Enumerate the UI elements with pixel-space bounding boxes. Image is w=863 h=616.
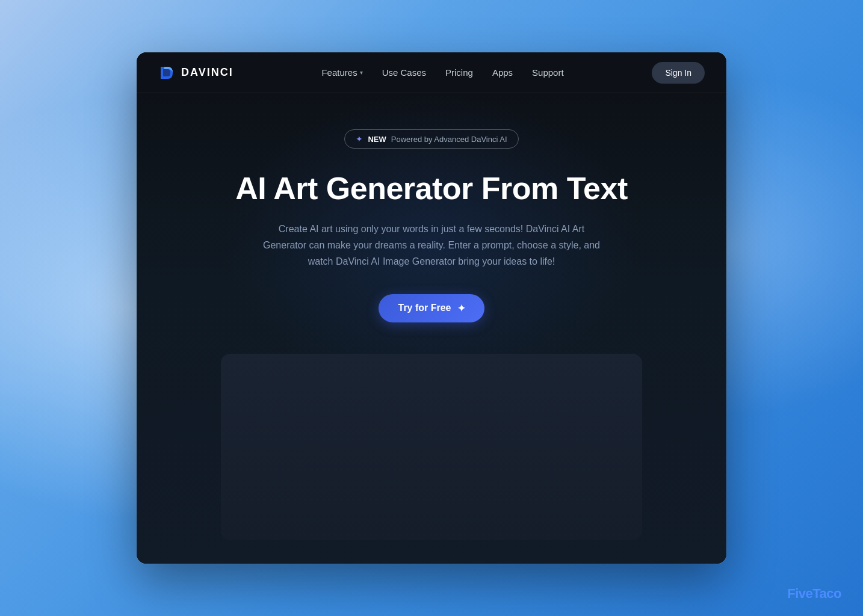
watermark-suffix: Taco [812, 586, 841, 601]
nav-features[interactable]: Features ▾ [321, 67, 362, 78]
badge-new-label: NEW [368, 135, 386, 144]
hero-title: AI Art Generator From Text [235, 170, 628, 206]
demo-preview-area [221, 354, 642, 540]
cta-label: Try for Free [398, 303, 451, 313]
browser-window: DAVINCI Features ▾ Use Cases Pricing App… [137, 52, 726, 564]
new-badge: ✦ NEW Powered by Advanced DaVinci AI [344, 129, 518, 149]
nav-apps[interactable]: Apps [492, 67, 513, 78]
sparkle-badge-icon: ✦ [356, 134, 363, 144]
logo-text: DAVINCI [181, 66, 234, 79]
cta-sparkle-icon: ✦ [457, 303, 465, 314]
navbar: DAVINCI Features ▾ Use Cases Pricing App… [137, 52, 726, 93]
watermark-text: FiveTaco [787, 586, 841, 601]
nav-use-cases[interactable]: Use Cases [382, 67, 426, 78]
watermark: FiveTaco [787, 586, 841, 602]
logo-icon [158, 64, 175, 81]
sign-in-button[interactable]: Sign In [652, 62, 705, 84]
nav-links: Features ▾ Use Cases Pricing Apps Suppor… [321, 67, 563, 78]
logo[interactable]: DAVINCI [158, 64, 234, 81]
watermark-prefix: Five [787, 586, 812, 601]
hero-description: Create AI art using only your words in j… [263, 221, 600, 270]
try-for-free-button[interactable]: Try for Free ✦ [379, 294, 484, 322]
badge-description: Powered by Advanced DaVinci AI [391, 135, 507, 144]
nav-pricing[interactable]: Pricing [445, 67, 473, 78]
nav-support[interactable]: Support [532, 67, 564, 78]
chevron-down-icon: ▾ [360, 69, 363, 76]
main-content: ✦ NEW Powered by Advanced DaVinci AI AI … [137, 93, 726, 564]
